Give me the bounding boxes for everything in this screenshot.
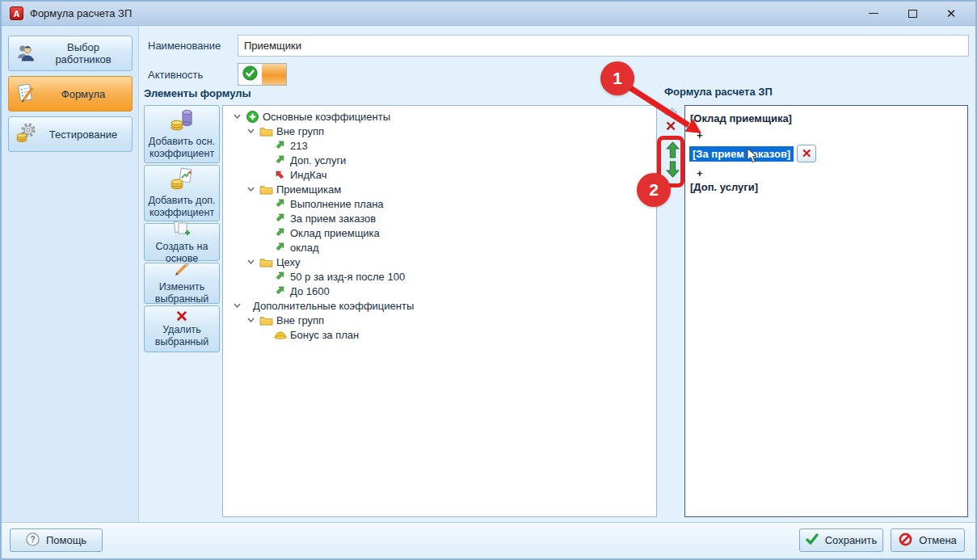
chevron-down-icon[interactable] bbox=[245, 318, 256, 322]
tree-item-coeff[interactable]: ИндКач bbox=[223, 167, 656, 182]
folder-icon bbox=[259, 126, 273, 137]
toggle-slider bbox=[262, 64, 286, 85]
tree-item-label: Дополнительные коэффициенты bbox=[253, 300, 414, 312]
chevron-down-icon[interactable] bbox=[231, 114, 242, 119]
cancel-button-label: Отмена bbox=[919, 534, 957, 546]
minimize-button[interactable] bbox=[864, 5, 883, 23]
add-extra-coeff-button[interactable]: Добавить доп. коэффициент bbox=[144, 165, 220, 221]
tree-item-group[interactable]: Вне групп bbox=[223, 124, 656, 138]
create-from-base-button[interactable]: Создать на основе bbox=[144, 223, 220, 261]
chevron-down-icon[interactable] bbox=[231, 303, 242, 308]
folder-icon bbox=[259, 315, 273, 326]
tree-item-label: ИндКач bbox=[290, 169, 326, 181]
chevron-down-icon[interactable] bbox=[245, 187, 256, 192]
tree-item-label: Вне групп bbox=[276, 125, 324, 137]
chevron-down-icon[interactable] bbox=[245, 259, 256, 264]
edit-selected-button[interactable]: Изменить выбранный bbox=[144, 263, 220, 304]
sidebar-item-label: Выбор работников bbox=[41, 41, 125, 65]
activity-label: Активность bbox=[148, 69, 203, 81]
tree-item-coeff[interactable]: За прием заказов bbox=[223, 211, 656, 225]
name-label: Наименование bbox=[148, 40, 221, 52]
copy-plus-icon bbox=[172, 220, 192, 239]
tree-item-label: оклад bbox=[290, 242, 318, 254]
formula-operand[interactable]: [Доп. услуги] bbox=[690, 181, 963, 193]
elements-panel-title: Элементы формулы bbox=[144, 87, 251, 99]
sidebar-item-workers[interactable]: Выбор работников bbox=[8, 36, 133, 71]
formula-operator: + bbox=[697, 167, 963, 179]
tree-item-coeff[interactable]: 50 р за изд-я после 100 bbox=[223, 269, 656, 284]
delete-operand-button[interactable]: ✕ bbox=[797, 145, 816, 162]
tree-item-label: За прием заказов bbox=[290, 213, 376, 225]
tool-button-label: Добавить доп. коэффициент bbox=[146, 195, 217, 219]
formula-panel: [Оклад приемщика] + [За прием заказов] ✕… bbox=[684, 105, 968, 517]
sidebar-item-formula[interactable]: Формула bbox=[8, 76, 133, 112]
coins-chart-icon bbox=[170, 167, 194, 193]
tool-button-label: Добавить осн. коэффициент bbox=[146, 136, 217, 160]
tree-item-coeff[interactable]: оклад bbox=[223, 240, 656, 255]
green-check-circle-icon bbox=[242, 65, 258, 83]
save-button-label: Сохранить bbox=[825, 534, 878, 546]
green-arrow-icon bbox=[273, 198, 287, 209]
tree-item-label: 213 bbox=[290, 140, 308, 152]
folder-icon bbox=[259, 257, 273, 267]
footer-bar: ? Помощь Сохранить Отмена bbox=[2, 522, 975, 558]
help-button-label: Помощь bbox=[46, 534, 86, 546]
name-input[interactable] bbox=[238, 35, 969, 57]
maximize-button[interactable] bbox=[903, 5, 922, 23]
remove-from-formula-button[interactable]: ✕ bbox=[665, 118, 676, 135]
red-x-icon: ✕ bbox=[175, 310, 188, 322]
tree-item-label: 50 р за изд-я после 100 bbox=[290, 271, 405, 283]
green-arrow-icon bbox=[273, 154, 287, 166]
cancel-button[interactable]: Отмена bbox=[891, 528, 965, 552]
question-icon: ? bbox=[26, 533, 40, 549]
tree-item-extra-coeffs[interactable]: Дополнительные коэффициенты bbox=[223, 298, 656, 313]
tree-item-main-coeffs[interactable]: Основные коэффициенты bbox=[223, 109, 656, 124]
save-button[interactable]: Сохранить bbox=[799, 528, 883, 552]
no-entry-icon bbox=[899, 533, 912, 549]
folder-icon bbox=[259, 184, 273, 195]
tree-item-coeff[interactable]: 213 bbox=[223, 138, 656, 153]
chevron-down-icon[interactable] bbox=[245, 128, 256, 133]
tree-item-group[interactable]: Приемщикам bbox=[223, 182, 656, 196]
tree-item-label: До 1600 bbox=[290, 285, 330, 297]
tree-item-label: Цеху bbox=[276, 256, 301, 268]
tree-item-coeff[interactable]: Выполнение плана bbox=[223, 196, 656, 211]
workers-icon bbox=[15, 42, 36, 65]
plus-circle-icon bbox=[246, 111, 259, 123]
title-bar: A Формула расчета ЗП ✕ bbox=[2, 2, 975, 26]
green-check-icon bbox=[806, 533, 819, 547]
mouse-cursor bbox=[747, 148, 758, 164]
coins-database-icon bbox=[170, 108, 194, 134]
tree-item-label: Оклад приемщика bbox=[290, 227, 380, 239]
green-arrow-icon bbox=[273, 242, 287, 253]
tree-item-group[interactable]: Вне групп bbox=[223, 313, 656, 327]
tree-item-coeff[interactable]: До 1600 bbox=[223, 284, 656, 298]
tree-item-coeff[interactable]: Доп. услуги bbox=[223, 153, 656, 167]
pencil-icon bbox=[173, 262, 191, 280]
add-main-coeff-button[interactable]: Добавить осн. коэффициент bbox=[144, 105, 220, 163]
tree-item-label: Приемщикам bbox=[276, 183, 341, 196]
green-arrow-icon bbox=[273, 140, 287, 151]
tree-item-label: Основные коэффициенты bbox=[263, 111, 390, 123]
tree-item-label: Доп. услуги bbox=[290, 154, 346, 166]
tree-item-coeff[interactable]: Оклад приемщика bbox=[223, 225, 656, 240]
delete-selected-button[interactable]: ✕ Удалить выбранный bbox=[144, 305, 220, 352]
svg-text:?: ? bbox=[30, 535, 35, 544]
sidebar-item-testing[interactable]: Тестирование bbox=[8, 116, 133, 152]
sidebar-item-label: Тестирование bbox=[41, 128, 125, 141]
tool-button-label: Изменить выбранный bbox=[146, 281, 217, 305]
help-button[interactable]: ? Помощь bbox=[10, 528, 103, 552]
sidebar-item-label: Формула bbox=[41, 88, 125, 100]
tool-button-label: Удалить выбранный bbox=[146, 324, 217, 348]
tree-item-group[interactable]: Цеху bbox=[223, 255, 656, 269]
red-arrow-icon bbox=[273, 169, 287, 180]
green-arrow-icon bbox=[273, 227, 287, 238]
tree-item-coeff[interactable]: Бонус за план bbox=[223, 327, 656, 342]
formula-operator: + bbox=[697, 129, 963, 141]
tree-item-label: Бонус за план bbox=[290, 329, 359, 341]
formula-operand-selected[interactable]: [За прием заказов] bbox=[689, 146, 794, 162]
formula-elements-tree: Основные коэффициенты Вне групп 213 Доп.… bbox=[222, 105, 657, 517]
close-button[interactable]: ✕ bbox=[941, 5, 961, 23]
formula-operand[interactable]: [Оклад приемщика] bbox=[690, 112, 963, 124]
activity-toggle[interactable] bbox=[238, 63, 287, 86]
